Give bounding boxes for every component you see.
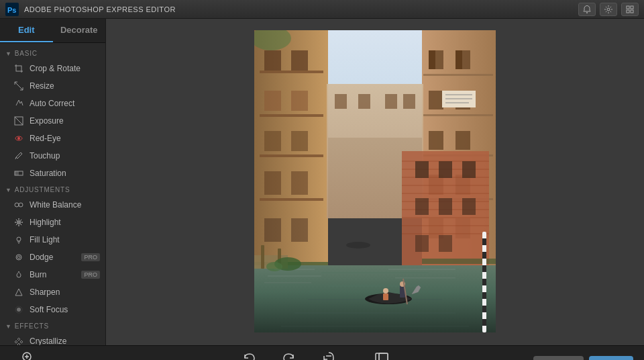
svg-rect-81	[439, 161, 452, 178]
fill-light-icon	[13, 234, 24, 245]
tab-decorate[interactable]: Decorate	[53, 19, 106, 42]
sidebar-content[interactable]: ▼ BASIC Crop & Rotate Resiz	[0, 43, 105, 345]
svg-point-14	[15, 203, 19, 207]
svg-rect-112	[482, 292, 486, 299]
svg-rect-100	[281, 326, 469, 327]
fill-light-label: Fill Light	[30, 235, 60, 244]
app-title: ADOBE PHOTOSHOP EXPRESS EDITOR	[24, 5, 578, 13]
svg-rect-33	[264, 50, 281, 71]
undo-button[interactable]: Undo	[233, 348, 266, 360]
exposure-label: Exposure	[30, 116, 64, 126]
sidebar-item-red-eye[interactable]: Red-Eye	[0, 130, 105, 147]
dodge-badge: PRO	[81, 253, 100, 261]
svg-rect-43	[260, 71, 323, 73]
sidebar-item-saturation[interactable]: Saturation	[0, 165, 105, 182]
svg-point-18	[16, 255, 21, 260]
reset-button[interactable]: Reset	[311, 348, 347, 360]
svg-rect-111	[482, 279, 486, 285]
svg-rect-13	[15, 171, 19, 175]
svg-rect-114	[482, 319, 486, 326]
svg-rect-34	[291, 50, 308, 71]
svg-rect-132	[379, 353, 388, 360]
zoom-icon	[21, 351, 36, 360]
highlight-icon	[13, 217, 24, 228]
svg-rect-99	[294, 312, 455, 314]
svg-rect-96	[321, 272, 429, 273]
svg-rect-5	[631, 6, 633, 9]
svg-rect-83	[415, 198, 429, 215]
tab-edit[interactable]: Edit	[0, 19, 53, 42]
cancel-button[interactable]: Cancel	[533, 356, 584, 361]
svg-text:Ps: Ps	[7, 6, 16, 14]
svg-rect-54	[429, 131, 443, 150]
section-effects[interactable]: ▼ EFFECTS	[0, 318, 105, 332]
bottom-toolbar: Zoom Undo Redo	[0, 345, 644, 360]
svg-rect-108	[482, 238, 486, 245]
svg-rect-8	[16, 66, 21, 71]
svg-rect-66	[358, 94, 370, 109]
sidebar-item-exposure[interactable]: Exposure	[0, 112, 105, 130]
sidebar-item-soft-focus[interactable]: Soft Focus	[0, 301, 105, 318]
window-control-button[interactable]	[621, 3, 639, 16]
view-original-icon	[374, 351, 389, 360]
crop-rotate-icon	[13, 63, 24, 74]
section-basic[interactable]: ▼ BASIC	[0, 46, 105, 60]
crop-rotate-label: Crop & Rotate	[30, 64, 80, 73]
settings-button[interactable]	[600, 3, 617, 16]
auto-correct-label: Auto Correct	[30, 99, 74, 108]
svg-point-15	[19, 203, 23, 207]
svg-rect-41	[264, 218, 281, 242]
sidebar-item-white-balance[interactable]: White Balance	[0, 196, 105, 214]
redo-button[interactable]: Redo	[272, 348, 305, 360]
svg-rect-116	[261, 245, 264, 269]
title-bar-controls	[578, 3, 639, 16]
view-original-button[interactable]: View Original	[352, 348, 411, 360]
sidebar-item-dodge[interactable]: Dodge PRO	[0, 249, 105, 266]
svg-point-20	[17, 308, 21, 312]
reset-icon	[321, 351, 336, 360]
sidebar-item-fill-light[interactable]: Fill Light	[0, 231, 105, 249]
svg-rect-4	[627, 6, 629, 9]
notifications-button[interactable]	[578, 3, 596, 16]
toolbar-center: Undo Redo Reset	[233, 348, 411, 360]
svg-rect-38	[291, 131, 308, 151]
svg-rect-80	[415, 161, 429, 178]
soft-focus-label: Soft Focus	[30, 305, 68, 314]
section-adjustments[interactable]: ▼ ADJUSTMENTS	[0, 182, 105, 196]
sidebar-item-auto-correct[interactable]: Auto Correct	[0, 95, 105, 112]
svg-rect-37	[264, 131, 281, 151]
section-effects-label: EFFECTS	[15, 322, 49, 330]
svg-point-118	[346, 242, 370, 249]
red-eye-label: Red-Eye	[30, 134, 61, 143]
highlight-label: Highlight	[30, 218, 61, 227]
svg-point-3	[607, 8, 610, 11]
sidebar-item-touchup[interactable]: Touchup	[0, 147, 105, 165]
main-photo	[254, 30, 496, 332]
photo-container	[254, 30, 496, 334]
sidebar-item-highlight[interactable]: Highlight	[0, 214, 105, 231]
done-button[interactable]: Done	[589, 356, 633, 361]
sidebar-item-crystallize[interactable]: Crystallize	[0, 332, 105, 345]
svg-rect-68	[403, 94, 415, 109]
zoom-button[interactable]: Zoom	[11, 348, 46, 360]
sidebar-item-crop-rotate[interactable]: Crop & Rotate	[0, 60, 105, 77]
section-adjustments-label: ADJUSTMENTS	[15, 186, 70, 193]
svg-rect-39	[264, 171, 281, 195]
toolbar-right: Cancel Done	[533, 356, 633, 361]
sidebar-item-sharpen[interactable]: Sharpen	[0, 283, 105, 301]
svg-rect-36	[291, 91, 308, 111]
section-basic-arrow: ▼	[5, 50, 12, 57]
saturation-label: Saturation	[30, 169, 66, 178]
svg-rect-109	[482, 252, 486, 259]
svg-rect-61	[423, 114, 493, 116]
svg-rect-55	[455, 131, 470, 150]
svg-rect-7	[631, 10, 633, 13]
dodge-icon	[13, 252, 24, 263]
sidebar-item-burn[interactable]: Burn PRO	[0, 266, 105, 283]
svg-rect-110	[482, 265, 486, 272]
svg-rect-106	[383, 294, 388, 300]
svg-rect-46	[260, 198, 323, 201]
sidebar-item-resize[interactable]: Resize	[0, 77, 105, 95]
svg-rect-6	[627, 10, 629, 13]
toolbar-left: Zoom	[11, 348, 46, 360]
